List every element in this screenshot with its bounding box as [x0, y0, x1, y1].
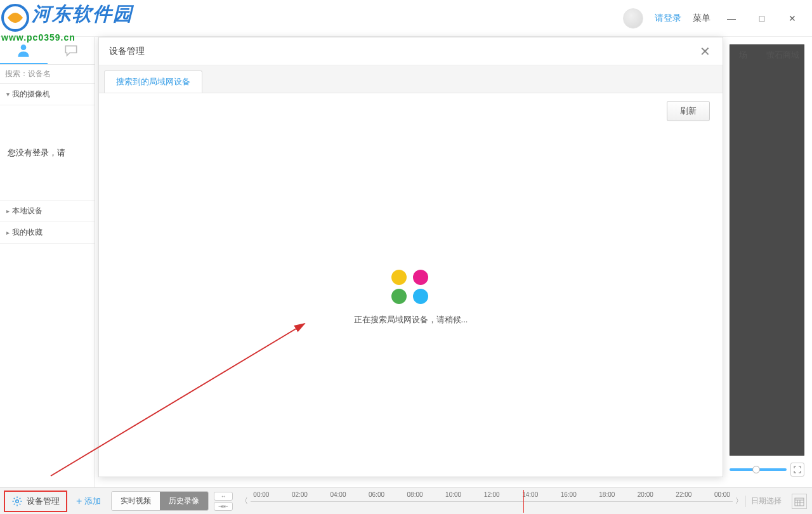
- video-panel: [730, 44, 804, 456]
- add-button[interactable]: + 添加: [71, 496, 106, 507]
- timeline-tick: 14:00: [522, 491, 538, 498]
- caret-right-icon: ▸: [6, 229, 10, 236]
- avatar[interactable]: [623, 8, 643, 29]
- minimize-button[interactable]: —: [722, 9, 741, 28]
- plus-icon: +: [76, 496, 82, 507]
- modal-close-button[interactable]: ✕: [697, 44, 712, 59]
- tab-live-video[interactable]: 实时视频: [112, 492, 160, 510]
- topbar: 请登录 菜单 — □ ✕: [0, 0, 812, 37]
- svg-rect-3: [795, 498, 804, 506]
- timeline-tick: 00:00: [253, 491, 269, 498]
- svg-point-2: [16, 499, 19, 503]
- timeline-tick: 06:00: [369, 491, 384, 498]
- link-mall[interactable]: 萤石商城: [766, 49, 799, 61]
- timeline-tick: 20:00: [638, 491, 653, 498]
- maximize-button[interactable]: □: [752, 9, 771, 28]
- caret-down-icon: ▾: [6, 91, 10, 98]
- gear-icon: [11, 496, 23, 507]
- login-link[interactable]: 请登录: [655, 13, 681, 24]
- zoom-slider[interactable]: [730, 468, 787, 471]
- sidebar-tab-devices[interactable]: [0, 37, 48, 64]
- tree-my-favorites[interactable]: ▸ 我的收藏: [0, 222, 95, 244]
- timeline-tick: 10:00: [445, 491, 461, 498]
- modal-tab-lan[interactable]: 搜索到的局域网设备: [104, 70, 202, 93]
- device-management-button[interactable]: 设备管理: [4, 491, 67, 512]
- timeline-tick: 04:00: [330, 491, 346, 498]
- calendar-icon: [794, 496, 804, 506]
- timeline-tick: 22:00: [676, 491, 691, 498]
- loading-spinner: [391, 270, 431, 304]
- modal-title: 设备管理: [109, 46, 145, 57]
- timeline-collapse-button[interactable]: ⇥⇤: [214, 502, 233, 511]
- bottombar: 设备管理 + 添加 实时视频 历史录像 ↔ ⇥⇤ 〈 00:0002:0004:…: [0, 487, 812, 514]
- menu-button[interactable]: 菜单: [693, 13, 710, 24]
- timeline[interactable]: 00:0002:0004:0006:0008:0010:0012:0014:00…: [251, 489, 733, 514]
- search-input[interactable]: 搜索：设备名: [0, 65, 95, 84]
- device-management-modal: 设备管理 ✕ 搜索到的局域网设备 刷新 正在搜索局域网设备，请稍候...: [98, 37, 723, 477]
- close-button[interactable]: ✕: [783, 9, 802, 28]
- tree-local-device[interactable]: ▸ 本地设备: [0, 201, 95, 222]
- timeline-tick: 00:00: [714, 491, 730, 498]
- tab-history-video[interactable]: 历史录像: [160, 492, 208, 510]
- timeline-prev[interactable]: 〈: [238, 496, 251, 506]
- login-prompt: 您没有登录，请: [0, 105, 95, 201]
- calendar-button[interactable]: [792, 494, 807, 509]
- refresh-button[interactable]: 刷新: [667, 101, 710, 121]
- tree-my-camera[interactable]: ▾ 我的摄像机: [0, 84, 95, 105]
- timeline-tick: 16:00: [561, 491, 577, 498]
- loading-text: 正在搜索局域网设备，请稍候...: [354, 314, 468, 326]
- timeline-expand-button[interactable]: ↔: [214, 492, 233, 501]
- timeline-tick: 08:00: [407, 491, 423, 498]
- timeline-tick: 12:00: [484, 491, 500, 498]
- svg-point-1: [21, 44, 27, 50]
- date-select-label: 日期选择: [746, 496, 787, 506]
- timeline-tick: 18:00: [599, 491, 615, 498]
- link-market[interactable]: 场: [739, 49, 747, 61]
- timeline-tick: 02:00: [292, 491, 308, 498]
- timeline-next[interactable]: 〉: [733, 496, 745, 506]
- timeline-marker[interactable]: [523, 490, 524, 513]
- fullscreen-button[interactable]: [790, 463, 804, 477]
- sidebar-tab-messages[interactable]: [48, 37, 95, 64]
- sidebar: 搜索：设备名 ▾ 我的摄像机 您没有登录，请 ▸ 本地设备 ▸ 我的收藏: [0, 37, 95, 487]
- caret-right-icon: ▸: [6, 208, 10, 214]
